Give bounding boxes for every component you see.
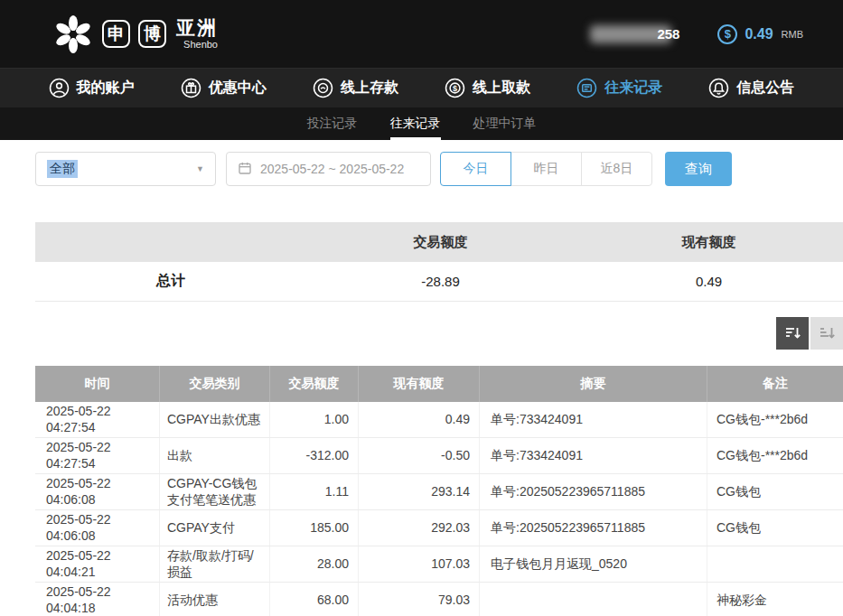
balance-amount: 0.49 [745, 26, 773, 42]
yesterday-button[interactable]: 昨日 [510, 152, 582, 186]
cell-type: CGPAY出款优惠 [160, 402, 270, 437]
subnav-processing-orders[interactable]: 处理中订单 [473, 107, 537, 140]
header-time: 时间 [35, 366, 160, 402]
svg-text:$: $ [453, 84, 457, 93]
table-header-row: 时间 交易类别 交易额度 现有额度 摘要 备注 [35, 366, 843, 402]
table-row: 2025-05-22 04:27:54 出款 -312.00 -0.50 单号:… [35, 438, 843, 474]
subnav-betting-records[interactable]: 投注记录 [307, 107, 358, 140]
summary-header-transaction: 交易额度 [306, 222, 575, 262]
cell-time: 2025-05-22 04:04:18 [35, 583, 160, 616]
logo[interactable]: 申 博 亚洲 Shenbo [52, 14, 218, 55]
cell-remark: CG钱包 [707, 510, 843, 546]
cell-amount: 1.00 [270, 402, 359, 437]
cell-amount: 68.00 [270, 583, 359, 616]
nav-label: 我的账户 [77, 79, 135, 98]
cell-balance: 0.49 [359, 402, 480, 437]
nav-item-promotions[interactable]: 优惠中心 [181, 78, 267, 98]
summary-total-row: 总计 -28.89 0.49 [35, 262, 843, 302]
total-label: 总计 [35, 262, 306, 301]
cell-amount: -312.00 [270, 438, 359, 473]
sort-bar [35, 317, 843, 350]
sort-ascending-button[interactable] [810, 317, 843, 350]
balance-currency: RMB [782, 29, 803, 40]
chevron-down-icon: ▼ [196, 164, 204, 173]
user-icon [49, 78, 70, 98]
gift-icon [181, 78, 201, 98]
main-navigation: 我的账户 优惠中心 线上存款 $ 线上取款 [0, 68, 843, 107]
cell-remark: CG钱包-***2b6d [707, 438, 843, 473]
summary-header-row: 交易额度 现有额度 [35, 222, 843, 262]
nav-label: 信息公告 [736, 79, 794, 98]
nav-label: 优惠中心 [209, 79, 267, 98]
table-row: 2025-05-22 04:06:08 CGPAY-CG钱包支付笔笔送优惠 1.… [35, 474, 843, 510]
last-8-days-button[interactable]: 近8日 [581, 152, 652, 186]
cell-balance: 293.14 [359, 474, 480, 509]
cell-time: 2025-05-22 04:04:21 [35, 546, 160, 582]
header-remark: 备注 [707, 366, 843, 402]
nav-item-my-account[interactable]: 我的账户 [49, 78, 135, 98]
account-suffix: 258 [657, 26, 679, 42]
nav-label: 往来记录 [604, 79, 662, 98]
dollar-icon: $ [717, 24, 737, 44]
cell-time: 2025-05-22 04:27:54 [35, 438, 160, 473]
today-button[interactable]: 今日 [440, 152, 511, 186]
header-amount: 交易额度 [270, 366, 359, 402]
sort-descending-button[interactable] [776, 317, 809, 350]
cell-type: CGPAY支付 [160, 510, 270, 546]
cell-amount: 28.00 [270, 546, 359, 582]
cell-summary: 单号:733424091 [480, 438, 707, 473]
date-range-input[interactable]: 2025-05-22 ~ 2025-05-22 [226, 152, 431, 186]
cell-balance: -0.50 [359, 438, 480, 473]
records-subnav: 投注记录 往来记录 处理中订单 [0, 107, 843, 140]
header-balance: 现有额度 [359, 366, 480, 402]
cell-type: 存款/取款/打码/损益 [160, 546, 270, 582]
summary-header-empty [35, 222, 306, 262]
nav-label: 线上存款 [341, 79, 398, 98]
header-type: 交易类别 [160, 366, 270, 402]
nav-item-transaction-records[interactable]: 往来记录 [576, 78, 662, 98]
wallet-balance[interactable]: $ 0.49 RMB [717, 24, 803, 44]
nav-item-withdraw[interactable]: $ 线上取款 [445, 78, 530, 98]
table-row: 2025-05-22 04:04:21 存款/取款/打码/损益 28.00 10… [35, 546, 843, 583]
logo-region: 亚洲 [176, 18, 218, 37]
search-button[interactable]: 查询 [665, 152, 732, 186]
total-current-balance: 0.49 [575, 262, 843, 301]
cell-summary: 单号:202505223965711885 [480, 474, 707, 509]
logo-char-1: 申 [102, 20, 130, 48]
total-transaction-amount: -28.89 [306, 262, 575, 301]
selected-type: 全部 [47, 160, 78, 178]
calendar-icon [238, 161, 252, 178]
bell-icon [708, 78, 729, 98]
cell-remark: 神秘彩金 [707, 583, 843, 616]
cell-time: 2025-05-22 04:06:08 [35, 474, 160, 509]
flower-logo-icon [52, 14, 94, 55]
cell-summary: 单号:733424091 [480, 402, 707, 437]
nav-item-deposit[interactable]: 线上存款 [313, 78, 398, 98]
summary-header-balance: 现有额度 [575, 222, 843, 262]
transaction-type-select[interactable]: 全部 ▼ [35, 152, 216, 186]
cell-balance: 79.03 [359, 583, 480, 616]
cell-type: CGPAY-CG钱包支付笔笔送优惠 [160, 474, 270, 509]
cell-time: 2025-05-22 04:27:54 [35, 402, 160, 437]
cell-type: 出款 [160, 438, 270, 473]
cell-summary: 电子钱包月月返现_0520 [480, 546, 707, 582]
cell-amount: 1.11 [270, 474, 359, 509]
cell-time: 2025-05-22 04:06:08 [35, 510, 160, 546]
table-row: 2025-05-22 04:27:54 CGPAY出款优惠 1.00 0.49 … [35, 402, 843, 438]
table-row: 2025-05-22 04:06:08 CGPAY支付 185.00 292.0… [35, 510, 843, 546]
logo-char-2: 博 [138, 20, 166, 48]
subnav-transaction-records[interactable]: 往来记录 [390, 107, 441, 140]
date-range-value: 2025-05-22 ~ 2025-05-22 [260, 162, 404, 176]
cell-remark [707, 546, 843, 582]
filter-bar: 全部 ▼ 2025-05-22 ~ 2025-05-22 今日 昨日 近8日 查… [35, 152, 843, 186]
account-username[interactable]: 258 [590, 25, 679, 43]
top-header: 申 博 亚洲 Shenbo 258 $ 0.49 RMB [0, 0, 843, 68]
withdraw-coin-icon: $ [445, 78, 465, 98]
nav-item-announcements[interactable]: 信息公告 [708, 78, 794, 98]
records-table: 时间 交易类别 交易额度 现有额度 摘要 备注 2025-05-22 04:27… [35, 366, 843, 616]
cell-type: 活动优惠 [160, 583, 270, 616]
cell-remark: CG钱包-***2b6d [707, 402, 843, 437]
records-icon [576, 78, 597, 98]
cell-amount: 185.00 [270, 510, 359, 546]
quick-range-group: 今日 昨日 近8日 [440, 152, 652, 186]
